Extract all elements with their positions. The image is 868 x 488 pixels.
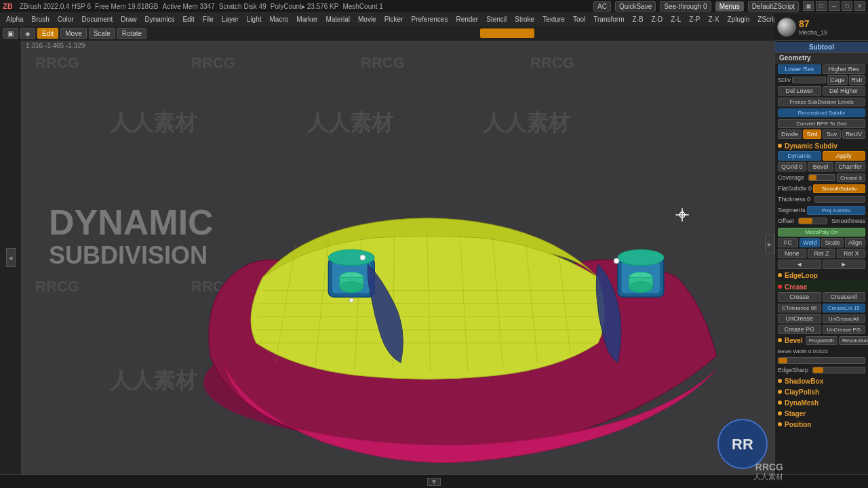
ac-button[interactable]: AC	[593, 1, 611, 12]
menu-movie[interactable]: Movie	[355, 14, 380, 24]
menu-zp[interactable]: Z-P	[686, 14, 703, 24]
menu-material[interactable]: Material	[322, 14, 353, 24]
menu-zd[interactable]: Z-D	[648, 14, 667, 24]
toolbar-btn-5[interactable]: Scale	[89, 28, 115, 39]
shadowbox-row[interactable]: ShadowBox	[775, 375, 868, 386]
menu-stencil[interactable]: Stencil	[483, 14, 510, 24]
menu-texture[interactable]: Texture	[539, 14, 568, 24]
icon-box-2[interactable]: □	[816, 1, 827, 11]
menu-layer[interactable]: Layer	[218, 14, 242, 24]
quicksave-button[interactable]: QuickSave	[615, 1, 656, 12]
convert-bpr-button[interactable]: Convert BPR To Geo	[778, 119, 865, 128]
rot-z-button[interactable]: Rot Z	[808, 249, 836, 258]
coverage-slider[interactable]	[808, 174, 835, 181]
right-panel-toggle[interactable]: ►	[765, 235, 774, 253]
del-higher-button[interactable]: Del Higher	[823, 86, 866, 96]
menu-color[interactable]: Color	[54, 14, 77, 24]
menu-zx[interactable]: Z-X	[705, 14, 722, 24]
qgrid-button[interactable]: QGrid 0	[778, 162, 806, 171]
none-button[interactable]: None	[778, 249, 806, 258]
menu-dynamics[interactable]: Dynamics	[142, 14, 178, 24]
crease-pg-button[interactable]: Crease PG	[778, 325, 821, 334]
crease-all-button[interactable]: CreaseAll	[823, 292, 866, 302]
crease-it-button[interactable]: Crease it	[837, 174, 865, 182]
crease-button[interactable]: Crease	[778, 292, 821, 302]
menu-zb[interactable]: Z-B	[629, 14, 647, 24]
toolbar-btn-2[interactable]: ◈	[20, 28, 35, 39]
menu-picker[interactable]: Picker	[381, 14, 407, 24]
bevel-section-label[interactable]: Bevel PropWidth Resolution 0	[775, 335, 868, 346]
default-zscript-button[interactable]: DefaultZScript	[748, 1, 799, 12]
scale-button[interactable]: Scale	[821, 238, 844, 247]
chamfer-button[interactable]: Chamfer	[835, 162, 865, 171]
sdiv-slider[interactable]	[792, 77, 826, 83]
proj-subdiv-button[interactable]: Proj SubDiv	[807, 206, 865, 215]
higher-res-button[interactable]: Higher Res	[823, 64, 866, 74]
suv-button[interactable]: Suv	[823, 129, 841, 139]
crease-lv-button[interactable]: CreaseLvl 15	[823, 304, 866, 312]
icon-box-1[interactable]: ▣	[803, 1, 814, 11]
menu-render[interactable]: Render	[452, 14, 481, 24]
ctolerance-button[interactable]: CTolerance 86	[778, 304, 821, 312]
menu-macro[interactable]: Macro	[267, 14, 292, 24]
offset-slider[interactable]	[798, 218, 827, 224]
menu-file[interactable]: File	[199, 14, 217, 24]
uncrease-pg-button[interactable]: UnCrease PG	[823, 325, 866, 334]
bottom-toggle-arrow[interactable]: ▼	[427, 478, 441, 486]
bevel-subdiv-button[interactable]: Bevel	[808, 162, 834, 171]
toolbar-btn-4[interactable]: Move	[60, 28, 86, 39]
menu-tool[interactable]: Tool	[570, 14, 589, 24]
apply-button[interactable]: Apply	[823, 151, 866, 161]
canvas-area[interactable]: RRCG RRCG RRCG RRCG 人人素材 人人素材 人人素材 RRCG …	[22, 41, 780, 474]
maximize-icon[interactable]: □	[842, 1, 852, 11]
menu-light[interactable]: Light	[243, 14, 265, 24]
claypolish-row[interactable]: ClayPolish	[775, 386, 868, 397]
menu-document[interactable]: Document	[79, 14, 117, 24]
menu-alpha[interactable]: Alpha	[3, 14, 27, 24]
crease-section-label[interactable]: Crease	[775, 281, 868, 291]
position-row[interactable]: Position	[775, 419, 868, 430]
close-icon[interactable]: ✕	[854, 1, 865, 11]
divide-button[interactable]: Divide	[778, 129, 802, 139]
micropoly-button[interactable]: MicroPoly On	[778, 228, 865, 237]
menu-transform[interactable]: Transform	[590, 14, 627, 24]
crease-header[interactable]: Crease	[783, 283, 808, 291]
menu-draw[interactable]: Draw	[117, 14, 140, 24]
fc-button[interactable]: FC	[778, 238, 798, 247]
minimize-icon[interactable]: ─	[829, 1, 840, 11]
cage-button[interactable]: Cage	[827, 75, 848, 85]
weld-button[interactable]: Weld	[800, 238, 820, 247]
menu-edit[interactable]: Edit	[179, 14, 197, 24]
menu-zplugin[interactable]: Zplugin	[724, 14, 753, 24]
edge-sharp-slider[interactable]	[812, 367, 865, 373]
bevel-width-slider[interactable]	[778, 357, 865, 364]
menu-brush[interactable]: Brush	[28, 14, 53, 24]
lower-res-button[interactable]: Lower Res	[778, 64, 821, 74]
menu-preferences[interactable]: Preferences	[408, 14, 451, 24]
menu-stroke[interactable]: Stroke	[511, 14, 538, 24]
next-arrow-button[interactable]: ►	[823, 260, 866, 269]
dynamesh-row[interactable]: DynaMesh	[775, 397, 868, 408]
toolbar-mode-btn[interactable]: Edit	[37, 28, 58, 39]
menu-zl[interactable]: Z-L	[667, 14, 684, 24]
toolbar-btn-6[interactable]: Rotate	[117, 28, 146, 39]
toolbar-btn-1[interactable]: ▣	[3, 28, 18, 39]
rot-x-button[interactable]: Rot X	[837, 249, 865, 258]
dynamic-button[interactable]: Dynamic	[778, 151, 821, 161]
dynamic-subdiv-header[interactable]: Dynamic Subdiv	[783, 142, 839, 150]
rstr-button[interactable]: Rstr	[849, 75, 866, 85]
edgeloop-row[interactable]: EdgeLoop	[775, 270, 868, 281]
geometry-header[interactable]: Geometry	[775, 52, 868, 64]
align-button[interactable]: Align	[845, 238, 865, 247]
smt-button[interactable]: Smt	[803, 129, 821, 139]
uncrease-all-button[interactable]: UnCreaseAll	[823, 314, 866, 323]
see-through-button[interactable]: See-through 0	[660, 1, 711, 12]
freeze-subdiv-button[interactable]: Freeze SubDivision Levels	[778, 98, 865, 106]
prop-width-button[interactable]: PropWidth	[806, 336, 837, 345]
resolution-button[interactable]: Resolution 0	[839, 336, 868, 345]
prev-arrow-button[interactable]: ◄	[778, 260, 821, 269]
thickness-slider[interactable]	[814, 196, 865, 203]
smooth-subdiv-button[interactable]: SmoothSubdiv	[813, 184, 865, 193]
stager-row[interactable]: Stager	[775, 408, 868, 419]
menu-marker[interactable]: Marker	[293, 14, 321, 24]
